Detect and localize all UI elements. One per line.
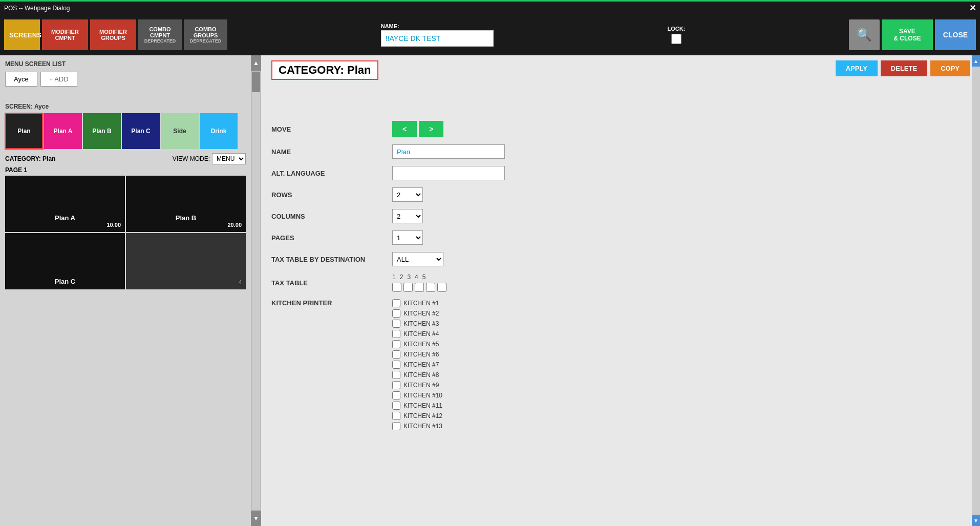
title-bar-close-button[interactable]: ✕ bbox=[969, 3, 976, 13]
screens-button[interactable]: SCREENS bbox=[4, 19, 40, 50]
tax-numbers: 1 2 3 4 5 bbox=[392, 273, 446, 281]
kitchen-12-item: KITCHEN #12 bbox=[392, 412, 442, 420]
view-mode-select[interactable]: MENU LIST bbox=[212, 153, 246, 164]
tax-dest-label: TAX TABLE BY DESTINATION bbox=[271, 256, 384, 263]
kitchen-11-item: KITCHEN #11 bbox=[392, 402, 442, 410]
combo-cmpnt-button[interactable]: COMBO CMPNT DEPRECATED bbox=[138, 19, 182, 50]
modifier-groups-button[interactable]: MODIFIER GROUPS bbox=[90, 19, 136, 50]
scroll-up-arrow[interactable]: ▲ bbox=[251, 55, 261, 71]
kitchen-cb-8[interactable] bbox=[392, 371, 400, 379]
tax-table-section: 1 2 3 4 5 bbox=[392, 273, 446, 292]
ayce-button[interactable]: Ayce bbox=[5, 72, 37, 87]
combo-groups-button[interactable]: COMBO GROUPS DEPRECATED bbox=[184, 19, 227, 50]
menu-screen-list-label: MENU SCREEN LIST bbox=[5, 60, 246, 68]
action-buttons: APPLY DELETE COPY bbox=[836, 60, 970, 76]
columns-select[interactable]: 2134 bbox=[392, 209, 423, 223]
kitchen-cb-3[interactable] bbox=[392, 320, 400, 328]
cat-plan-c-button[interactable]: Plan C bbox=[122, 113, 160, 149]
move-label: MOVE bbox=[271, 125, 384, 133]
tax-dest-dropdown-row: ALL bbox=[392, 252, 443, 266]
copy-button[interactable]: COPY bbox=[930, 60, 970, 76]
kitchen-7-item: KITCHEN #7 bbox=[392, 361, 442, 369]
save-close-label: SAVE bbox=[882, 28, 933, 35]
menu-cell-label-plan-b: Plan B bbox=[176, 214, 196, 222]
tax-cb-3[interactable] bbox=[415, 283, 424, 292]
alt-language-label: ALT. LANGUAGE bbox=[271, 170, 384, 177]
columns-row: COLUMNS 2134 bbox=[271, 209, 970, 223]
tax-dest-select[interactable]: ALL bbox=[392, 252, 443, 266]
main-layout: MENU SCREEN LIST Ayce + ADD SCREEN: Ayce… bbox=[0, 55, 980, 526]
rows-row: ROWS 2134 bbox=[271, 187, 970, 202]
tax-cb-5[interactable] bbox=[437, 283, 446, 292]
kitchen-cb-2[interactable] bbox=[392, 309, 400, 318]
name-row: NAME bbox=[271, 144, 970, 159]
kitchen-8-label: KITCHEN #8 bbox=[403, 371, 439, 378]
kitchen-printer-label: KITCHEN PRINTER bbox=[271, 299, 384, 307]
scroll-down-arrow[interactable]: ▼ bbox=[251, 511, 261, 526]
modifier-cmpnt-button[interactable]: MODIFIER CMPNT bbox=[42, 19, 88, 50]
delete-button[interactable]: DELETE bbox=[881, 60, 927, 76]
kitchen-cb-7[interactable] bbox=[392, 361, 400, 369]
apply-button[interactable]: APPLY bbox=[836, 60, 878, 76]
tax-cb-4[interactable] bbox=[426, 283, 435, 292]
kitchen-cb-4[interactable] bbox=[392, 330, 400, 338]
screen-list-row: Ayce + ADD bbox=[5, 72, 246, 87]
kitchen-cb-5[interactable] bbox=[392, 340, 400, 348]
kitchen-cb-12[interactable] bbox=[392, 412, 400, 420]
view-mode-row: VIEW MODE: MENU LIST bbox=[173, 153, 246, 164]
save-close-button[interactable]: SAVE & CLOSE bbox=[882, 19, 933, 50]
kitchen-6-label: KITCHEN #6 bbox=[403, 351, 439, 358]
cat-side-button[interactable]: Side bbox=[161, 113, 199, 149]
lock-label: LOCK: bbox=[667, 26, 685, 32]
close-button[interactable]: CLOSE bbox=[935, 19, 976, 50]
category-header: CATEGORY: Plan bbox=[271, 60, 378, 80]
search-icon: 🔍 bbox=[857, 28, 872, 42]
title-bar-text: POS -- Webpage Dialog bbox=[4, 5, 70, 12]
move-prev-button[interactable]: < bbox=[392, 121, 417, 137]
name-input[interactable] bbox=[381, 30, 494, 47]
kitchen-4-label: KITCHEN #4 bbox=[403, 330, 439, 338]
kitchen-cb-13[interactable] bbox=[392, 422, 400, 430]
tax-table-label: TAX TABLE bbox=[271, 279, 384, 287]
cat-drink-button[interactable]: Drink bbox=[200, 113, 238, 149]
menu-item-plan-c: Plan C bbox=[5, 233, 125, 289]
menu-cell-label-plan-c: Plan C bbox=[55, 278, 75, 285]
tax-checkboxes bbox=[392, 283, 446, 292]
kitchen-2-item: KITCHEN #2 bbox=[392, 309, 442, 318]
right-panel: CATEGORY: Plan APPLY DELETE COPY MOVE < … bbox=[261, 55, 980, 526]
name-field[interactable] bbox=[392, 144, 505, 159]
kitchen-cb-9[interactable] bbox=[392, 381, 400, 389]
kitchen-cb-6[interactable] bbox=[392, 350, 400, 359]
add-button[interactable]: + ADD bbox=[40, 72, 77, 87]
category-info-text: CATEGORY: Plan bbox=[5, 155, 55, 162]
menu-item-plan-a: Plan A 10.00 bbox=[5, 176, 125, 232]
cat-plan-b-button[interactable]: Plan B bbox=[83, 113, 121, 149]
cat-plan-button[interactable]: Plan bbox=[5, 113, 43, 149]
modifier-cmpnt-label2: CMPNT bbox=[47, 35, 83, 41]
lock-checkbox[interactable] bbox=[671, 34, 681, 44]
kitchen-cb-10[interactable] bbox=[392, 391, 400, 399]
kitchen-cb-1[interactable] bbox=[392, 299, 400, 307]
kitchen-11-label: KITCHEN #11 bbox=[403, 402, 442, 409]
columns-dropdown-row: 2134 bbox=[392, 209, 423, 223]
right-scroll-down[interactable]: ▼ bbox=[972, 515, 980, 526]
kitchen-1-item: KITCHEN #1 bbox=[392, 299, 442, 307]
menu-cell-label-plan-a: Plan A bbox=[55, 214, 75, 222]
menu-grid: Plan A 10.00 Plan B 20.00 Plan C 4 bbox=[5, 176, 246, 289]
kitchen-13-label: KITCHEN #13 bbox=[403, 423, 442, 430]
alt-language-field[interactable] bbox=[392, 166, 505, 180]
right-scroll-up[interactable]: ▲ bbox=[972, 55, 980, 67]
columns-label: COLUMNS bbox=[271, 213, 384, 220]
rows-select[interactable]: 2134 bbox=[392, 187, 423, 202]
tax-cb-1[interactable] bbox=[392, 283, 401, 292]
pages-select[interactable]: 123 bbox=[392, 230, 423, 245]
tax-cb-2[interactable] bbox=[403, 283, 413, 292]
pages-row: PAGES 123 bbox=[271, 230, 970, 245]
cat-plan-a-button[interactable]: Plan A bbox=[44, 113, 82, 149]
kitchen-cb-11[interactable] bbox=[392, 402, 400, 410]
search-button[interactable]: 🔍 bbox=[849, 19, 880, 50]
kitchen-4-item: KITCHEN #4 bbox=[392, 330, 442, 338]
left-panel: MENU SCREEN LIST Ayce + ADD SCREEN: Ayce… bbox=[0, 55, 251, 526]
move-next-button[interactable]: > bbox=[419, 121, 443, 137]
alt-language-row: ALT. LANGUAGE bbox=[271, 166, 970, 180]
